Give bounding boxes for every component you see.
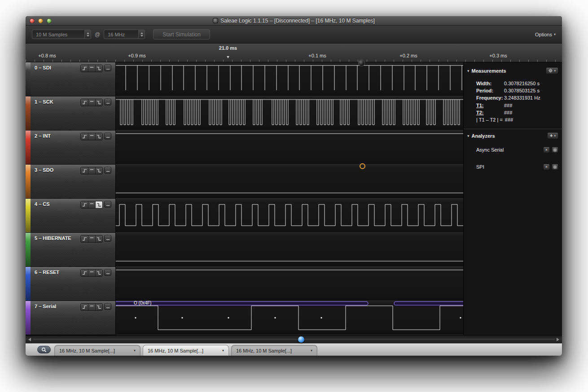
trigger-falling-edge-button[interactable]: [95, 65, 102, 72]
t1-marker-link[interactable]: T1:: [476, 102, 504, 109]
trigger-button-group: [80, 201, 103, 209]
add-analyzer-button[interactable]: + ▾: [547, 132, 558, 139]
trigger-rising-edge-button[interactable]: [81, 304, 88, 310]
channel-minimize-button[interactable]: [104, 65, 111, 71]
analyzers-header[interactable]: ▾ Analyzers + ▾: [464, 129, 562, 141]
channel-minimize-button[interactable]: [104, 133, 111, 139]
search-button[interactable]: [37, 346, 51, 353]
horizontal-scrollbar[interactable]: [26, 335, 562, 343]
measurement-value: ###: [504, 109, 512, 116]
trigger-rising-edge-button[interactable]: [81, 167, 88, 174]
trigger-rising-edge-button[interactable]: [81, 65, 88, 72]
channel-minimize-button[interactable]: [104, 303, 111, 310]
measurements-header[interactable]: ▾ Measurements ▾: [464, 64, 562, 76]
minimize-button[interactable]: [38, 18, 43, 23]
channel-panel[interactable]: 1 – SCK: [26, 96, 116, 131]
capture-tab[interactable]: 16 MHz, 10 M Sample[...] ▾: [54, 345, 140, 356]
trigger-falling-edge-button[interactable]: [95, 270, 102, 276]
channel-minimize-button[interactable]: [104, 167, 111, 174]
app-icon: [213, 18, 218, 23]
trigger-rising-edge-button[interactable]: [81, 99, 88, 106]
ruler-tick-label: +0.8 ms: [38, 53, 56, 58]
waveform[interactable]: [116, 62, 463, 96]
stepper-icon[interactable]: [138, 30, 145, 39]
timing-marker-knob[interactable]: [358, 60, 365, 66]
channel-panel[interactable]: 5 – HIBERNATE: [26, 233, 116, 267]
trigger-falling-edge-button[interactable]: [95, 201, 102, 208]
trigger-high-level-button[interactable]: [88, 133, 95, 140]
zoom-button[interactable]: [47, 18, 52, 23]
channel-panel[interactable]: 6 – RESET: [26, 267, 116, 301]
analyzer-settings-button[interactable]: [552, 164, 558, 170]
disclosure-triangle-icon[interactable]: ▾: [467, 134, 470, 138]
channel-panel[interactable]: 7 – Serial: [26, 301, 116, 335]
timing-marker-circle[interactable]: [360, 163, 365, 169]
analyzer-name: Async Serial: [476, 147, 504, 152]
measurements-settings-button[interactable]: ▾: [546, 67, 558, 74]
trigger-rising-edge-button[interactable]: [81, 235, 88, 242]
measurement-row: T1: ###: [476, 102, 558, 109]
waveform[interactable]: [116, 267, 463, 301]
measurement-row: Period: 0.3078503125 s: [476, 87, 558, 94]
channel-minimize-button[interactable]: [104, 269, 111, 276]
waveform[interactable]: [116, 96, 463, 131]
channel-color-strip: [26, 165, 31, 198]
scroll-right-arrow-icon[interactable]: [557, 338, 559, 341]
trigger-falling-edge-button[interactable]: [95, 235, 102, 242]
trigger-high-level-button[interactable]: [88, 235, 95, 242]
trigger-rising-edge-button[interactable]: [81, 133, 88, 140]
trigger-high-level-button[interactable]: [88, 65, 95, 72]
trigger-high-level-button[interactable]: [88, 99, 95, 106]
scroll-left-arrow-icon[interactable]: [28, 338, 31, 341]
search-icon: [41, 347, 47, 353]
analyzer-row[interactable]: Async Serial ×: [464, 141, 562, 158]
trigger-high-level-button[interactable]: [88, 304, 95, 310]
channel-panel[interactable]: 2 – INT: [26, 131, 116, 165]
t2-marker-link[interactable]: T2:: [476, 109, 504, 116]
trigger-high-level-button[interactable]: [88, 270, 95, 276]
analyzer-settings-button[interactable]: [552, 147, 558, 153]
channel-minimize-button[interactable]: [104, 235, 111, 242]
samples-dropdown[interactable]: 10 M Samples: [32, 30, 91, 39]
sample-rate-dropdown[interactable]: 16 MHz: [104, 30, 145, 39]
capture-tab[interactable]: 16 MHz, 10 M Sample[...] ▾: [231, 345, 317, 356]
trigger-high-level-button[interactable]: [88, 201, 95, 208]
trigger-falling-edge-button[interactable]: [95, 167, 102, 174]
waveform[interactable]: O (0x4F): [116, 301, 463, 335]
chevron-down-icon[interactable]: ▾: [311, 348, 312, 353]
close-button[interactable]: [30, 18, 35, 23]
trigger-controls: [80, 303, 111, 311]
waveform[interactable]: [116, 199, 463, 233]
trigger-rising-edge-button[interactable]: [81, 201, 88, 208]
waveform[interactable]: [116, 165, 463, 199]
channel-panel[interactable]: 4 – CS: [26, 199, 116, 233]
trigger-button-group: [80, 133, 103, 140]
scrollbar-thumb[interactable]: [298, 336, 304, 343]
chevron-down-icon[interactable]: ▾: [134, 348, 136, 353]
channel-minimize-button[interactable]: [104, 99, 111, 105]
sidebar: ▾ Measurements ▾ Width: 0.3078216250 s P…: [463, 62, 562, 335]
start-simulation-button[interactable]: Start Simulation: [153, 29, 210, 39]
trigger-high-level-button[interactable]: [88, 167, 95, 174]
trigger-controls: [80, 201, 111, 209]
titlebar[interactable]: Saleae Logic 1.1.15 – [Disconnected] – […: [26, 16, 562, 26]
options-button[interactable]: Options ▾: [535, 32, 556, 37]
capture-tab[interactable]: 16 MHz, 10 M Sample[...] ▾: [143, 345, 229, 356]
trigger-falling-edge-button[interactable]: [95, 133, 102, 140]
channel-minimize-button[interactable]: [104, 201, 111, 208]
trigger-rising-edge-button[interactable]: [81, 270, 88, 276]
channel-panel[interactable]: 0 – SDI: [26, 62, 116, 96]
chevron-down-icon[interactable]: ▾: [222, 348, 224, 353]
stepper-icon[interactable]: [84, 30, 91, 39]
timeline-ruler[interactable]: 21.0 ms +0.8 ms+0.9 ms+0.1 ms+0.2 ms+0.3…: [26, 44, 562, 62]
analyzer-row[interactable]: SPI ×: [464, 158, 562, 175]
remove-analyzer-button[interactable]: ×: [543, 164, 550, 170]
remove-analyzer-button[interactable]: ×: [543, 147, 550, 153]
trigger-falling-edge-button[interactable]: [95, 304, 102, 310]
trigger-falling-edge-button[interactable]: [95, 99, 102, 106]
measurement-row: T2: ###: [476, 109, 558, 116]
waveform[interactable]: [116, 233, 463, 267]
channel-panel[interactable]: 3 – SDO: [26, 165, 116, 199]
waveform[interactable]: [116, 131, 463, 165]
disclosure-triangle-icon[interactable]: ▾: [467, 69, 470, 73]
